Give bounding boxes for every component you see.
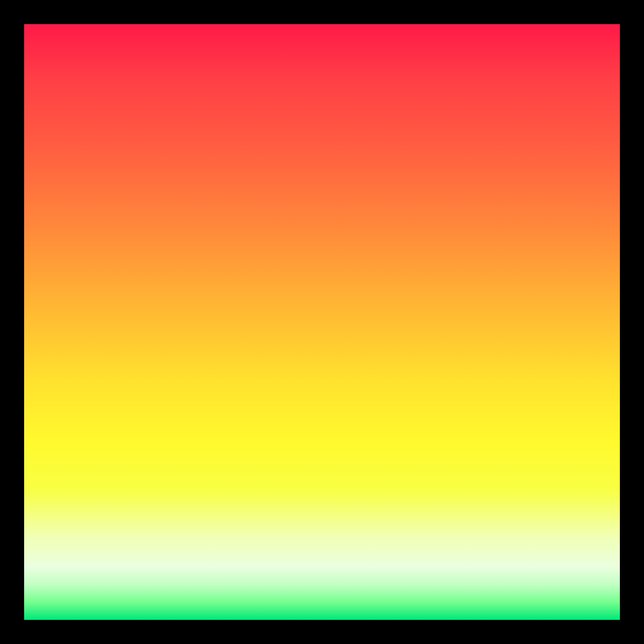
bottleneck-curve-svg	[24, 24, 620, 620]
gradient-plot-area	[24, 24, 620, 620]
outer-frame	[0, 0, 644, 644]
